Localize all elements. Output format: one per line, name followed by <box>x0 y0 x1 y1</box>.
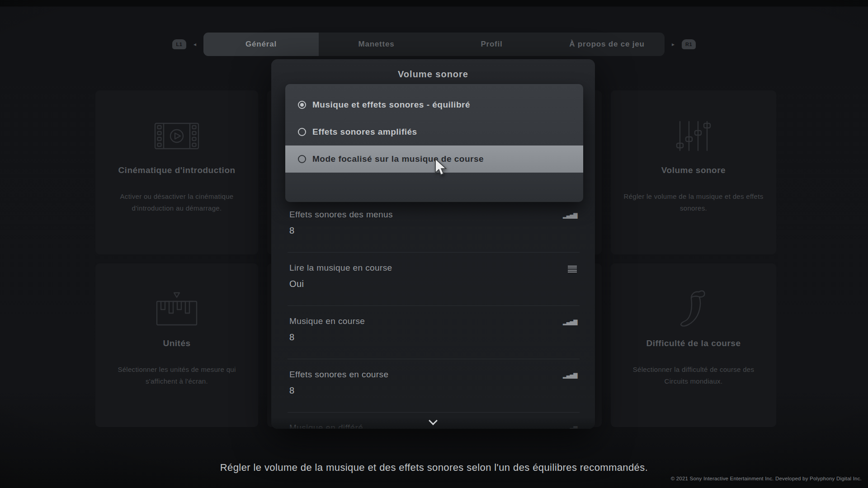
tab-strip: Général Manettes Profil À propos de ce j… <box>203 33 665 56</box>
card-description: Activer ou désactiver la cinématique d'i… <box>108 191 245 214</box>
setting-row-effets-sonores-menus[interactable]: Effets sonores des menus 8 <box>288 199 580 252</box>
card-description: Régler le volume de la musique et des ef… <box>623 191 764 214</box>
tab-bar: L1 ◂ Général Manettes Profil À propos de… <box>0 33 868 56</box>
option-label: Effets sonores amplifiés <box>312 127 417 137</box>
card-unites[interactable]: Unités Sélectionner les unités de mesure… <box>95 263 258 427</box>
setting-row-lire-musique-course[interactable]: Lire la musique en course Oui <box>288 252 580 305</box>
setting-label: Musique en différé <box>289 423 363 429</box>
ruler-icon <box>95 280 258 338</box>
volume-mode-popup: Musique et effets sonores - équilibré Ef… <box>285 84 583 202</box>
setting-label: Effets sonores des menus <box>289 210 393 219</box>
bars-icon <box>563 211 577 219</box>
tab-a-propos[interactable]: À propos de ce jeu <box>549 33 665 56</box>
film-reel-icon <box>95 107 258 165</box>
radio-option-equilibre[interactable]: Musique et effets sonores - équilibré <box>285 91 583 118</box>
l1-button-icon: L1 <box>172 39 186 49</box>
setting-value: 8 <box>289 385 578 396</box>
card-cinematique[interactable]: Cinématique d'introduction Activer ou dé… <box>95 90 258 254</box>
copyright-text: © 2021 Sony Interactive Entertainment In… <box>671 476 862 481</box>
setting-label: Effets sonores en course <box>289 370 388 379</box>
volume-sonore-dialog: Volume sonore 8 Effets sonores des menus… <box>271 59 595 429</box>
radio-option-effets-amplifies[interactable]: Effets sonores amplifiés <box>285 118 583 145</box>
bars-icon <box>563 371 577 379</box>
setting-label: Lire la musique en course <box>289 263 392 272</box>
r1-button-icon: R1 <box>682 39 696 49</box>
mouse-cursor <box>434 158 448 176</box>
card-title: Unités <box>95 338 258 348</box>
option-label: Mode focalisé sur la musique de course <box>312 154 484 164</box>
setting-label: Musique en course <box>289 316 365 326</box>
tab-general[interactable]: Général <box>203 33 319 56</box>
setting-value: Oui <box>289 278 578 290</box>
setting-value: 8 <box>289 331 578 343</box>
help-text: Régler le volume de la musique et des ef… <box>0 462 868 474</box>
radio-icon <box>298 128 306 136</box>
setting-row-effets-sonores-course[interactable]: Effets sonores en course 8 <box>288 359 580 412</box>
card-description: Sélectionner les unités de mesure qui s'… <box>108 364 245 387</box>
setting-row-musique-en-course[interactable]: Musique en course 8 <box>288 305 580 359</box>
card-title: Difficulté de la course <box>611 338 776 348</box>
card-title: Cinématique d'introduction <box>95 165 258 175</box>
setting-value: 8 <box>289 225 578 236</box>
radio-icon <box>298 155 306 163</box>
chevron-down-icon[interactable] <box>429 417 437 424</box>
tab-manettes[interactable]: Manettes <box>319 33 434 56</box>
option-label: Musique et effets sonores - équilibré <box>312 100 470 110</box>
card-volume-sonore[interactable]: Volume sonore Régler le volume de la mus… <box>611 90 776 254</box>
radio-selected-icon <box>298 101 306 109</box>
bars-icon <box>563 424 577 429</box>
settings-screen: L1 ◂ Général Manettes Profil À propos de… <box>0 0 868 488</box>
list-icon <box>568 266 577 272</box>
dialog-title: Volume sonore <box>271 69 595 80</box>
tab-next-arrow-icon: ▸ <box>669 41 677 47</box>
bars-icon <box>563 318 577 326</box>
card-description: Sélectionner la difficulté de course des… <box>623 364 764 387</box>
mixer-sliders-icon <box>611 107 776 165</box>
chili-pepper-icon <box>611 280 776 338</box>
tab-prev-arrow-icon: ◂ <box>191 41 199 47</box>
tab-profil[interactable]: Profil <box>434 33 549 56</box>
card-title: Volume sonore <box>611 165 776 175</box>
card-difficulte[interactable]: Difficulté de la course Sélectionner la … <box>611 263 776 427</box>
